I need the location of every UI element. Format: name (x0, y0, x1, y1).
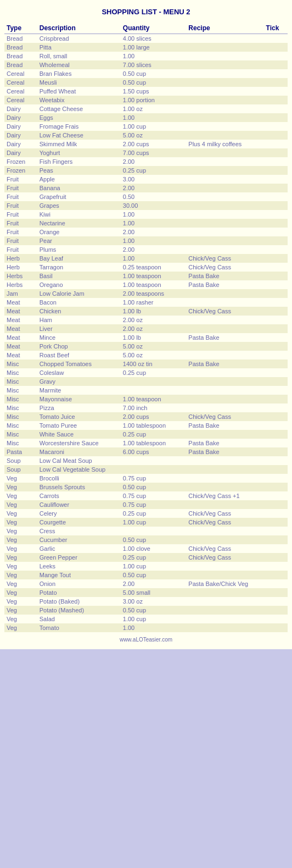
table-row: MeatMince1.00 lbPasta Bake (4, 333, 288, 342)
cell-tick (264, 562, 288, 571)
cell-tick (264, 78, 288, 87)
cell-tick (264, 104, 288, 113)
cell-qty: 1.00 large (121, 43, 186, 52)
cell-qty: 2.00 (121, 157, 186, 166)
cell-recipe: Chick/Veg Cass +1 (186, 491, 263, 500)
cell-recipe: Plus 4 milky coffees (186, 140, 263, 148)
cell-qty: 0.50 cup (121, 571, 186, 579)
cell-recipe (186, 571, 263, 579)
cell-recipe (186, 166, 263, 175)
cell-qty: 5.00 small (121, 588, 186, 597)
cell-tick (264, 192, 288, 201)
cell-recipe (186, 60, 263, 69)
cell-type: Meat (4, 324, 37, 333)
footer: www.aLOTeasier.com (4, 635, 288, 644)
cell-desc: Crispbread (37, 34, 121, 43)
cell-tick (264, 386, 288, 395)
page-title: SHOPPING LIST - MENU 2 (4, 5, 288, 18)
cell-desc: Cress (37, 527, 121, 535)
cell-desc: Marmite (37, 386, 121, 395)
cell-tick (264, 157, 288, 166)
cell-recipe (186, 606, 263, 615)
cell-type: Fruit (4, 236, 37, 245)
cell-recipe: Chick/Veg Cass (186, 553, 263, 562)
cell-tick (264, 52, 288, 60)
table-row: MiscColeslaw0.25 cup (4, 368, 288, 377)
cell-qty: 0.25 cup (121, 509, 186, 518)
cell-tick (264, 236, 288, 245)
cell-desc: Macaroni (37, 447, 121, 456)
cell-type: Misc (4, 360, 37, 368)
table-row: JamLow Calorie Jam2.00 teaspoons (4, 289, 288, 298)
cell-type: Dairy (4, 148, 37, 157)
table-row: VegCourgette1.00 cupChick/Veg Cass (4, 518, 288, 527)
cell-recipe (186, 368, 263, 377)
cell-tick (264, 465, 288, 474)
cell-type: Fruit (4, 201, 37, 210)
cell-tick (264, 228, 288, 236)
cell-type: Veg (4, 474, 37, 483)
cell-desc: Green Pepper (37, 553, 121, 562)
cell-qty: 0.25 cup (121, 430, 186, 439)
cell-tick (264, 280, 288, 289)
cell-qty: 2.00 (121, 184, 186, 192)
cell-qty: 1.00 teaspoon (121, 395, 186, 403)
cell-type: Veg (4, 597, 37, 606)
cell-type: Veg (4, 544, 37, 553)
cell-desc: Chicken (37, 307, 121, 316)
cell-type: Cereal (4, 96, 37, 104)
table-row: VegMange Tout0.50 cup (4, 571, 288, 579)
cell-type: Frozen (4, 166, 37, 175)
cell-recipe (186, 96, 263, 104)
cell-type: Veg (4, 491, 37, 500)
cell-type: Cereal (4, 78, 37, 87)
cell-tick (264, 571, 288, 579)
cell-qty: 0.50 (121, 192, 186, 201)
table-row: FruitKiwi1.00 (4, 210, 288, 219)
cell-qty: 0.75 cup (121, 500, 186, 509)
cell-desc: Garlic (37, 544, 121, 553)
cell-tick (264, 148, 288, 157)
cell-recipe (186, 289, 263, 298)
cell-qty: 1.00 teaspoon (121, 280, 186, 289)
cell-qty: 2.00 (121, 245, 186, 254)
cell-type: Fruit (4, 175, 37, 184)
cell-tick (264, 289, 288, 298)
table-row: VegLeeks1.00 cup (4, 562, 288, 571)
cell-type: Meat (4, 316, 37, 324)
cell-recipe (186, 403, 263, 412)
cell-type: Dairy (4, 113, 37, 122)
cell-type: Misc (4, 421, 37, 430)
table-row: MiscPizza7.00 inch (4, 403, 288, 412)
col-type: Type (4, 23, 37, 34)
cell-desc: Mange Tout (37, 571, 121, 579)
page: SHOPPING LIST - MENU 2 Type Description … (0, 0, 292, 649)
cell-qty: 3.00 oz (121, 597, 186, 606)
cell-qty: 0.50 cup (121, 483, 186, 491)
cell-qty: 1.00 cup (121, 122, 186, 131)
cell-type: Misc (4, 377, 37, 386)
cell-type: Veg (4, 588, 37, 597)
cell-qty: 1.00 (121, 219, 186, 228)
cell-type: Veg (4, 483, 37, 491)
cell-type: Dairy (4, 140, 37, 148)
cell-recipe: Pasta Bake (186, 447, 263, 456)
table-row: VegCress (4, 527, 288, 535)
table-row: FruitNectarine1.00 (4, 219, 288, 228)
cell-type: Fruit (4, 192, 37, 201)
table-row: VegGreen Pepper0.25 cupChick/Veg Cass (4, 553, 288, 562)
cell-desc: Bay Leaf (37, 254, 121, 263)
table-row: FruitGrapes30.00 (4, 201, 288, 210)
cell-tick (264, 254, 288, 263)
cell-qty: 7.00 slices (121, 60, 186, 69)
cell-recipe (186, 588, 263, 597)
cell-desc: Weetabix (37, 96, 121, 104)
cell-recipe (186, 623, 263, 632)
cell-desc: Wholemeal (37, 60, 121, 69)
table-row: HerbsBasil1.00 teaspoonPasta Bake (4, 272, 288, 280)
cell-tick (264, 360, 288, 368)
table-row: VegPotato (Baked)3.00 oz (4, 597, 288, 606)
cell-type: Bread (4, 52, 37, 60)
cell-recipe (186, 201, 263, 210)
cell-recipe (186, 395, 263, 403)
